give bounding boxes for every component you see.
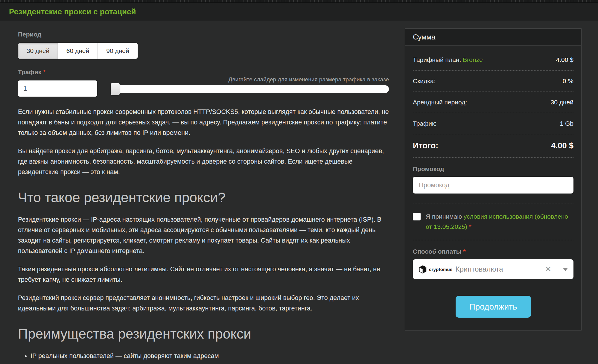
summary-row-traffic: Трафик: 1 Gb	[413, 113, 573, 134]
total-label: Итого:	[413, 141, 438, 150]
plan-name: Bronze	[463, 56, 483, 63]
chevron-down-icon	[563, 268, 568, 271]
rent-period-label: Арендный период:	[413, 99, 467, 106]
period-option-60[interactable]: 60 дней	[58, 43, 98, 59]
dropdown-toggle[interactable]	[557, 259, 573, 279]
page-title: Резидентские прокси с ротацией	[9, 7, 136, 16]
required-asterisk: *	[43, 68, 45, 75]
benefits-list: IP реальных пользователей — сайты доверя…	[18, 351, 389, 361]
traffic-slider-handle[interactable]	[111, 83, 120, 95]
divider	[413, 157, 573, 158]
summary-row-discount: Скидка: 0 %	[413, 71, 573, 92]
article-paragraph: Резидентские прокси — IP-адреса настоящи…	[18, 214, 389, 256]
traffic-label: Трафик *	[18, 68, 389, 76]
clear-selection-icon[interactable]: ✕	[539, 265, 557, 273]
divider	[413, 203, 573, 203]
list-item: IP реальных пользователей — сайты доверя…	[31, 351, 389, 361]
required-asterisk: *	[469, 223, 471, 230]
payment-method-name: Криптовалюта	[456, 265, 539, 273]
promo-input[interactable]	[413, 177, 573, 194]
section-heading-what: Что такое резидентские прокси?	[18, 189, 389, 205]
total-value: 4.00 $	[551, 141, 573, 150]
plan-price: 4.00 $	[556, 56, 573, 63]
summary-row-plan: Тарифный план: Bronze 4.00 $	[413, 49, 573, 70]
page-header: Резидентские прокси с ротацией	[0, 3, 598, 21]
required-asterisk: *	[463, 248, 465, 255]
plan-label: Тарифный план:	[413, 56, 461, 63]
continue-button[interactable]: Продолжить	[456, 296, 531, 318]
order-configurator: Период 30 дней 60 дней 90 дней Трафик * …	[18, 28, 389, 361]
divider	[413, 240, 573, 240]
slider-hint: Двигайте слайдер для изменения размера т…	[111, 76, 389, 83]
traffic-controls: Двигайте слайдер для изменения размера т…	[18, 80, 389, 97]
summary-body: Тарифный план: Bronze 4.00 $ Скидка: 0 %…	[405, 46, 581, 330]
terms-prefix: Я принимаю	[426, 213, 464, 220]
promo-label: Промокод	[413, 165, 573, 173]
period-option-30[interactable]: 30 дней	[18, 43, 58, 59]
period-button-group: 30 дней 60 дней 90 дней	[18, 43, 138, 59]
payment-brand: cryptomus	[429, 267, 453, 272]
section-heading-benefits: Преимущества резидентских прокси	[18, 326, 389, 342]
summary-title: Сумма	[413, 33, 573, 41]
cryptomus-icon	[419, 265, 427, 274]
period-label: Период	[18, 31, 389, 38]
summary-header: Сумма	[405, 29, 581, 46]
summary-row-period: Арендный период: 30 дней	[413, 92, 573, 113]
terms-checkbox[interactable]	[413, 213, 421, 220]
article-paragraph: Резидентский прокси сервер предоставляет…	[18, 293, 389, 314]
top-border-pattern	[0, 0, 598, 3]
traffic-slider-block: Двигайте слайдер для изменения размера т…	[111, 80, 389, 97]
traffic-row-label: Трафик:	[413, 120, 436, 127]
order-summary-panel: Сумма Тарифный план: Bronze 4.00 $ Скидк…	[405, 28, 582, 331]
discount-value: 0 %	[563, 77, 573, 85]
payment-method-label: Способ оплаты *	[413, 248, 573, 255]
main-content: Период 30 дней 60 дней 90 дней Трафик * …	[0, 21, 598, 361]
rent-period-value: 30 дней	[551, 99, 573, 106]
traffic-row-value: 1 Gb	[560, 120, 573, 127]
terms-row: Я принимаю условия использования (обновл…	[413, 211, 573, 232]
intro-paragraph: Если нужны стабильные прокси современных…	[18, 107, 389, 138]
article-paragraph: Такие резидентные прокси абсолютно легит…	[18, 264, 389, 285]
intro-paragraph: Вы найдете прокси для арбитража, парсинг…	[18, 146, 389, 177]
article: Если нужны стабильные прокси современных…	[18, 107, 389, 361]
discount-label: Скидка:	[413, 77, 436, 85]
summary-row-total: Итого: 4.00 $	[413, 134, 573, 157]
traffic-input[interactable]	[18, 80, 97, 97]
period-option-90[interactable]: 90 дней	[98, 43, 138, 59]
payment-method-select[interactable]: cryptomus Криптовалюта ✕	[413, 259, 573, 279]
traffic-slider[interactable]	[111, 85, 389, 93]
